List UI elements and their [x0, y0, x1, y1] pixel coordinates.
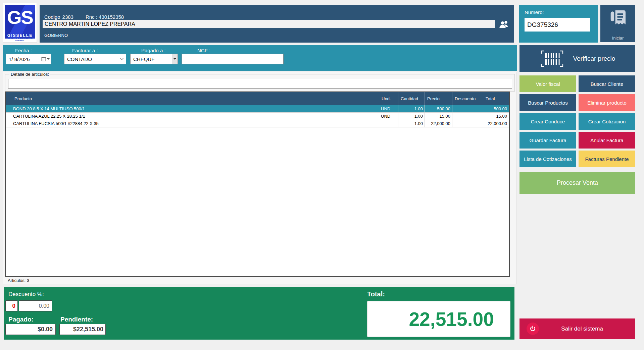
salir-sistema-label: Salir del sistema — [539, 326, 635, 332]
logo-tagline: SISTEMA DE ADMINISTRACION CONTABLE — [3, 38, 37, 42]
receipt-icon — [609, 9, 628, 27]
calendar-icon — [41, 57, 46, 61]
table-row[interactable]: CARTULINA AZUL 22.25 X 28.25 1/1 UND 1.0… — [6, 113, 509, 120]
eliminar-producto-button[interactable]: Eliminar producto — [579, 94, 635, 111]
facturar-value: CONTADO — [67, 56, 120, 62]
pendiente-label: Pendiente: — [60, 316, 93, 323]
articulos-count: Articulos: 3 — [8, 278, 29, 283]
detalle-label: Detalle de articulos: — [9, 72, 50, 77]
procesar-venta-button[interactable]: Procesar Venta — [519, 172, 635, 194]
buscar-productos-button[interactable]: Buscar Productos — [519, 94, 576, 111]
power-icon — [527, 323, 539, 335]
cell-producto: BOND 20 8.5 X 14 MULTIUSO 500/1 — [6, 105, 379, 112]
pagado-value: CHEQUE — [133, 56, 172, 62]
caret-down-icon — [174, 58, 176, 60]
cell-precio: 22,000.00 — [425, 120, 452, 127]
table-row[interactable]: CARTULINA FUCSIA 500/1 #22884 22 X 35 1.… — [6, 120, 509, 127]
numero-label: Numero: — [525, 9, 544, 15]
rnc-value: Rnc : 430152358 — [86, 14, 124, 20]
facturas-pendiente-button[interactable]: Facturas Pendiente — [579, 151, 635, 167]
descuento-pct-input[interactable] — [5, 300, 18, 311]
ncf-input[interactable] — [182, 54, 284, 64]
col-precio: Precio — [425, 92, 452, 105]
clients-icon[interactable] — [499, 19, 509, 30]
col-total: Total — [483, 92, 509, 105]
facturar-label: Facturar a : — [72, 48, 98, 53]
dropdown-button[interactable] — [172, 54, 178, 64]
cell-und — [379, 120, 398, 127]
anular-factura-button[interactable]: Anular Factura — [579, 132, 635, 149]
col-cantidad: Cantidad — [398, 92, 425, 105]
fecha-label: Fecha : — [15, 48, 32, 53]
barcode-icon — [540, 50, 564, 67]
codigo-label: Codigo — [44, 14, 60, 20]
buscar-cliente-button[interactable]: Buscar Cliente — [579, 75, 635, 92]
pagado-monto-label: Pagado: — [8, 316, 34, 323]
pos-window: GS GISSELLE SISTEMA DE ADMINISTRACION CO… — [0, 0, 644, 350]
invoice-detail-area: Detalle de articulos: Producto Und. Cant… — [3, 72, 517, 284]
pendiente-input[interactable] — [59, 324, 106, 335]
fecha-datepicker[interactable]: 1/ 8/2026 — [6, 54, 51, 64]
customer-header: Codigo2383Rnc : 430152358 GOBIERNO — [40, 5, 514, 43]
cell-total: 22,000.00 — [483, 120, 509, 127]
numero-input[interactable] — [525, 18, 590, 32]
cell-descuento — [452, 113, 483, 120]
ncf-label: NCF : — [197, 48, 210, 53]
cell-total: 500.00 — [483, 105, 509, 112]
salir-sistema-button[interactable]: Salir del sistema — [519, 318, 635, 339]
crear-cotizacion-button[interactable]: Crear Cotizacion — [579, 113, 635, 130]
cell-producto: CARTULINA AZUL 22.25 X 28.25 1/1 — [6, 113, 379, 120]
fecha-value: 1/ 8/2026 — [9, 56, 41, 62]
guardar-factura-button[interactable]: Guardar Factura — [519, 132, 576, 149]
total-amount: 22,515.00 — [367, 301, 510, 337]
total-label: Total: — [367, 290, 385, 298]
facturar-select[interactable]: CONTADO — [64, 54, 126, 64]
products-table: Producto Und. Cantidad Precio Descuento … — [5, 92, 510, 277]
descuento-valor-input[interactable] — [19, 300, 52, 311]
valor-fiscal-button[interactable]: Valor fiscal — [519, 75, 576, 92]
col-producto: Producto — [6, 92, 379, 105]
cell-producto: CARTULINA FUCSIA 500/1 #22884 22 X 35 — [6, 120, 379, 127]
verificar-precio-button[interactable]: Verificar precio — [519, 45, 635, 72]
col-descuento: Descuento — [452, 92, 483, 105]
cell-cantidad: 1.00 — [398, 120, 425, 127]
iniciar-button[interactable]: Iniciar — [600, 5, 635, 42]
crear-conduce-button[interactable]: Crear Conduce — [519, 113, 576, 130]
invoice-options-bar: Fecha : Facturar a : Pagado a : NCF : 1/… — [3, 45, 517, 71]
cell-und: UND — [379, 113, 398, 120]
cell-descuento — [452, 105, 483, 112]
detalle-groupbox: Detalle de articulos: — [5, 74, 515, 92]
client-name-input[interactable] — [43, 20, 495, 28]
cell-precio: 500.00 — [425, 105, 452, 112]
chevron-down-icon — [47, 58, 50, 60]
logo-initials: GS — [5, 5, 35, 30]
cell-und: UND — [379, 105, 398, 112]
detalle-scan-input[interactable] — [8, 79, 512, 89]
app-logo: GS GISSELLE SISTEMA DE ADMINISTRACION CO… — [3, 3, 37, 43]
invoice-number-panel: Numero: — [519, 5, 598, 43]
cell-cantidad: 1.00 — [398, 113, 425, 120]
chevron-down-icon — [120, 58, 124, 60]
pagado-label: Pagado a : — [141, 48, 166, 53]
client-type-label: GOBIERNO — [44, 33, 68, 38]
cell-descuento — [452, 120, 483, 127]
pagado-input[interactable] — [5, 324, 56, 335]
cell-total: 15.00 — [483, 113, 509, 120]
logo-mark: GS GISSELLE — [5, 5, 35, 39]
lista-cotizaciones-button[interactable]: Lista de Cotizaciones — [519, 151, 576, 167]
totals-panel: Descuento %: Pagado: Pendiente: Total: 2… — [4, 287, 514, 340]
cell-precio: 15.00 — [425, 113, 452, 120]
cell-cantidad: 1.00 — [398, 105, 425, 112]
codigo-value: 2383 — [62, 14, 73, 20]
descuento-label: Descuento %: — [8, 291, 44, 298]
col-und: Und. — [379, 92, 398, 105]
customer-meta: Codigo2383Rnc : 430152358 — [44, 14, 124, 20]
logo-name: GISSELLE — [5, 33, 35, 38]
iniciar-label: Iniciar — [600, 36, 635, 41]
table-header-row: Producto Und. Cantidad Precio Descuento … — [6, 92, 509, 105]
verificar-precio-label: Verificar precio — [573, 55, 615, 62]
pagado-select[interactable]: CHEQUE — [130, 54, 178, 64]
table-row[interactable]: BOND 20 8.5 X 14 MULTIUSO 500/1 UND 1.00… — [6, 105, 509, 113]
